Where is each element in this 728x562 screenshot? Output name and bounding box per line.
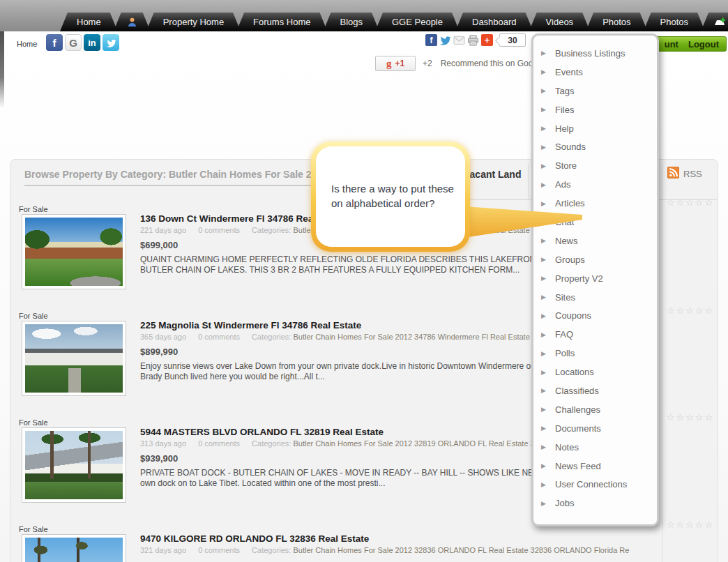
for-sale-label: For Sale bbox=[19, 418, 48, 427]
google-g-icon: g bbox=[386, 58, 392, 70]
facebook-icon[interactable]: f bbox=[46, 34, 63, 51]
chevron-right-icon: ▶ bbox=[541, 256, 555, 263]
dropdown-item-label: Files bbox=[555, 105, 574, 115]
rating-stars[interactable]: ☆☆☆☆☆ bbox=[665, 519, 716, 530]
nav-tab-label: Dashboard bbox=[472, 17, 517, 27]
dropdown-item-label: Notes bbox=[555, 442, 579, 453]
chevron-right-icon: ▶ bbox=[541, 162, 555, 169]
dropdown-menu-item[interactable]: ▶ Documents bbox=[533, 419, 657, 438]
chevron-right-icon: ▶ bbox=[541, 125, 555, 132]
dropdown-menu-item[interactable]: ▶ Property V2 bbox=[533, 269, 657, 288]
listing-meta: 321 days ago 0 comments Categories: Butl… bbox=[140, 546, 670, 554]
listing-photo[interactable] bbox=[22, 534, 126, 562]
dropdown-menu-item[interactable]: ▶ Articles bbox=[533, 194, 657, 213]
nav-tab-blogs[interactable]: Blogs bbox=[323, 13, 379, 31]
nav-tab-dashboard[interactable]: Dashboard bbox=[455, 13, 533, 31]
listing-photo[interactable] bbox=[22, 321, 126, 396]
rating-stars[interactable]: ☆☆☆☆☆ bbox=[665, 305, 716, 316]
dropdown-item-label: Coupons bbox=[555, 310, 591, 321]
rss-link[interactable]: RSS bbox=[667, 167, 702, 181]
page-title: Browse Property By Category: Butler Chai… bbox=[24, 169, 328, 180]
nav-tab-label: Photos bbox=[602, 17, 630, 27]
dropdown-item-label: Challenges bbox=[555, 404, 600, 415]
dropdown-item-label: Polls bbox=[555, 348, 575, 358]
dropdown-item-label: Events bbox=[555, 67, 583, 77]
nav-tab-gge-people[interactable]: GGE People bbox=[375, 13, 460, 31]
dropdown-menu-item[interactable]: ▶ Sounds bbox=[533, 137, 657, 156]
dropdown-menu-item[interactable]: ▶ Jobs bbox=[533, 494, 657, 512]
chevron-right-icon: ▶ bbox=[541, 68, 555, 75]
for-sale-label: For Sale bbox=[19, 525, 48, 533]
rating-stars[interactable]: ☆☆☆☆☆ bbox=[665, 412, 716, 423]
divider bbox=[528, 164, 529, 199]
dropdown-menu-item[interactable]: ▶ Polls bbox=[533, 344, 657, 363]
page: Home Property Home Forums Home Blogs GGE… bbox=[0, 0, 728, 562]
nav-tab-property-home[interactable]: Property Home bbox=[146, 13, 241, 31]
dropdown-menu-item[interactable]: ▶ Notes bbox=[533, 438, 657, 457]
share-print-icon[interactable] bbox=[467, 34, 479, 46]
callout-bubble: Is there a way to put these on alphabeti… bbox=[311, 142, 470, 252]
dropdown-menu-item[interactable]: ▶ Files bbox=[533, 100, 657, 119]
nav-tab-photos[interactable]: Photos bbox=[586, 13, 647, 31]
dropdown-menu-item[interactable]: ▶ Coupons bbox=[533, 306, 657, 325]
breadcrumb[interactable]: Home bbox=[17, 40, 37, 48]
nav-tab-user[interactable] bbox=[114, 13, 151, 31]
plusone-text: Recommend this on Google bbox=[441, 59, 545, 68]
dropdown-menu-item[interactable]: ▶ FAQ bbox=[533, 325, 657, 344]
dropdown-item-label: Tags bbox=[555, 86, 574, 96]
rss-icon bbox=[667, 167, 679, 181]
chevron-right-icon: ▶ bbox=[541, 387, 555, 394]
callout-text: Is there a way to put these on alphabeti… bbox=[316, 146, 465, 247]
dropdown-item-label: Business Listings bbox=[555, 48, 625, 59]
chevron-right-icon: ▶ bbox=[541, 50, 555, 56]
dropdown-menu-item[interactable]: ▶ Classifieds bbox=[533, 381, 657, 400]
social-links: f G in bbox=[46, 34, 119, 51]
share-this-icon[interactable]: + bbox=[481, 34, 493, 46]
share-facebook-icon[interactable]: f bbox=[425, 34, 437, 46]
dropdown-menu-item[interactable]: ▶ Events bbox=[533, 63, 657, 82]
linkedin-icon[interactable]: in bbox=[84, 34, 100, 51]
dropdown-item-label: Groups bbox=[555, 255, 585, 265]
nav-tab-label: Blogs bbox=[340, 17, 363, 27]
listing-categories[interactable]: Butler Chain Homes For Sale 2012 32836 O… bbox=[293, 546, 629, 554]
listing-photo[interactable] bbox=[22, 214, 126, 289]
dropdown-menu-item[interactable]: ▶ News Feed bbox=[533, 457, 657, 476]
dropdown-menu-item[interactable]: ▶ Store bbox=[533, 156, 657, 175]
logout-label: Logout bbox=[688, 39, 719, 50]
chevron-right-icon: ▶ bbox=[541, 200, 555, 207]
nav-tab-label: Forums Home bbox=[253, 17, 310, 27]
dropdown-menu-item[interactable]: ▶ Challenges bbox=[533, 400, 657, 419]
add-photo-icon bbox=[713, 17, 727, 28]
dropdown-menu-item[interactable]: ▶ Help bbox=[533, 119, 657, 138]
for-sale-label: For Sale bbox=[19, 312, 48, 320]
share-twitter-icon[interactable] bbox=[439, 34, 451, 46]
nav-tab-home[interactable]: Home bbox=[60, 13, 118, 31]
category-cell[interactable]: Vacant Land bbox=[464, 169, 521, 180]
dropdown-menu-item[interactable]: ▶ Locations bbox=[533, 363, 657, 381]
nav-tab-videos[interactable]: Videos bbox=[529, 13, 591, 31]
rating-stars[interactable]: ☆☆☆☆☆ bbox=[665, 197, 716, 208]
dropdown-menu-item[interactable]: ▶ Tags bbox=[533, 82, 657, 100]
chevron-right-icon: ▶ bbox=[541, 275, 555, 282]
google-icon[interactable]: G bbox=[65, 34, 82, 51]
share-email-icon[interactable] bbox=[453, 34, 465, 46]
listing-title[interactable]: 9470 KILGORE RD ORLANDO FL 32836 Real Es… bbox=[140, 533, 670, 544]
dropdown-menu-item[interactable]: ▶ News bbox=[533, 231, 657, 250]
twitter-icon[interactable] bbox=[103, 34, 119, 51]
listing-photo[interactable] bbox=[22, 427, 126, 503]
account-partial-label: unt bbox=[665, 39, 678, 50]
dropdown-item-label: FAQ bbox=[555, 329, 573, 340]
plusone-count: +2 bbox=[423, 59, 432, 68]
left-edge-strip bbox=[0, 31, 4, 108]
nav-tab-photos[interactable]: Photos bbox=[644, 13, 705, 31]
dropdown-item-label: Jobs bbox=[555, 498, 574, 508]
dropdown-menu-item[interactable]: ▶ Sites bbox=[533, 288, 657, 307]
dropdown-menu-item[interactable]: ▶ Business Listings bbox=[533, 44, 657, 63]
dropdown-menu-item[interactable]: ▶ Ads bbox=[533, 175, 657, 194]
dropdown-menu-item[interactable]: ▶ User Connections bbox=[533, 475, 657, 494]
nav-tab-forums-home[interactable]: Forums Home bbox=[236, 13, 327, 31]
plusone-button[interactable]: g +1 bbox=[375, 56, 416, 71]
nav-tab-add-photo[interactable] bbox=[701, 13, 728, 31]
dropdown-menu-item[interactable]: ▶ Groups bbox=[533, 250, 657, 269]
for-sale-label: For Sale bbox=[19, 205, 48, 213]
